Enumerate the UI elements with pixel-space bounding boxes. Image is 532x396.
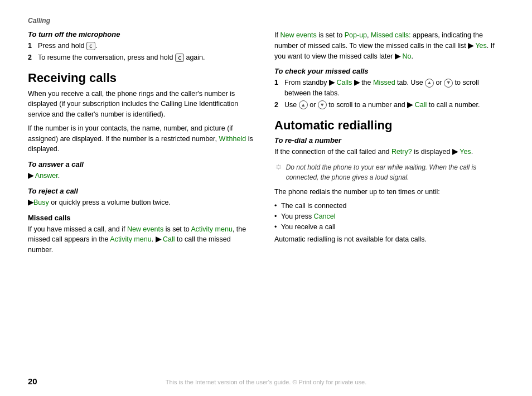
- section-label: Calling: [28, 17, 504, 25]
- right-column: If New events is set to Pop-up, Missed c…: [274, 30, 504, 261]
- missed-heading: Missed calls: [28, 214, 258, 222]
- check-section: To check your missed calls 1 From standb…: [274, 67, 504, 110]
- reject-line: ▶Busy or quickly press a volume button t…: [28, 197, 258, 208]
- new-events-2: New events: [280, 31, 316, 39]
- activity-menu-2: Activity menu: [110, 235, 151, 243]
- check-step-1-text: From standby ▶ Calls ▶ the Missed tab. U…: [284, 78, 504, 99]
- answer-section: To answer a call ▶ Answer.: [28, 160, 258, 181]
- auto-end: Automatic redialling is not available fo…: [274, 234, 504, 245]
- step-2: 2 To resume the conversation, press and …: [28, 52, 258, 63]
- step-1: 1 Press and hold c.: [28, 41, 258, 51]
- redials-body: The phone redials the number up to ten t…: [274, 187, 504, 197]
- check-heading: To check your missed calls: [274, 67, 504, 75]
- bullet-1: The call is connected: [274, 201, 504, 211]
- answer-line: ▶ Answer.: [28, 171, 258, 181]
- check-step-1: 1 From standby ▶ Calls ▶ the Missed tab.…: [274, 78, 504, 99]
- missed-body: If you have missed a call, and if New ev…: [28, 224, 258, 255]
- left-column: To turn off the microphone 1 Press and h…: [28, 30, 258, 261]
- calls-text: Calls: [336, 79, 352, 86]
- bullet-list: The call is connected You press Cancel Y…: [274, 201, 504, 232]
- answer-heading: To answer a call: [28, 160, 258, 168]
- call-label: Call: [415, 101, 427, 109]
- redial-body: If the connection of the call failed and…: [274, 147, 504, 157]
- reject-heading: To reject a call: [28, 187, 258, 195]
- step-2-text: To resume the conversation, press and ho…: [38, 52, 205, 63]
- withheld-text: Withheld: [219, 135, 246, 143]
- cancel-text: Cancel: [314, 213, 336, 220]
- microphone-steps: 1 Press and hold c. 2 To resume the conv…: [28, 41, 258, 63]
- missed-calls-label: Missed calls:: [371, 31, 411, 39]
- redials-section: The phone redials the number up to ten t…: [274, 187, 504, 245]
- popup-text: Pop-up: [345, 31, 367, 39]
- bullet-3: You receive a call: [274, 222, 504, 233]
- step-1-text: Press and hold c.: [38, 41, 97, 51]
- new-events-1: New events: [127, 225, 163, 233]
- check-num-1: 1: [274, 78, 281, 99]
- tip-box: ☼ Do not hold the phone to your ear whil…: [274, 162, 504, 182]
- check-num-2: 2: [274, 100, 281, 110]
- receiving-heading: Receiving calls: [28, 71, 258, 85]
- yes-2: Yes: [460, 148, 471, 156]
- c-key-1: c: [86, 42, 95, 50]
- redial-heading: To re-dial a number: [274, 136, 504, 144]
- footer-text: This is the Internet version of the user…: [166, 379, 367, 385]
- answer-text: Answer: [35, 172, 58, 180]
- no-1: No: [403, 52, 412, 60]
- receiving-section: Receiving calls When you receive a call,…: [28, 71, 258, 155]
- yes-1: Yes: [475, 42, 486, 50]
- activity-menu-1: Activity menu: [191, 225, 233, 233]
- scroll-up-icon: ▲: [425, 79, 434, 88]
- auto-heading: Automatic redialling: [274, 118, 504, 133]
- busy-text: Busy: [33, 199, 49, 206]
- missed-tab: Missed: [373, 79, 395, 86]
- tip-icon: ☼: [274, 161, 283, 171]
- two-col-layout: To turn off the microphone 1 Press and h…: [28, 30, 504, 261]
- scroll-icon-2: ▼: [318, 100, 327, 109]
- call-text-1: Call: [163, 235, 175, 243]
- reject-section: To reject a call ▶Busy or quickly press …: [28, 187, 258, 208]
- missed-section-right: If New events is set to Pop-up, Missed c…: [274, 30, 504, 61]
- check-step-2-text: Use ▲ or ▼ to scroll to a number and ▶ C…: [284, 100, 480, 110]
- missed-intro: If New events is set to Pop-up, Missed c…: [274, 30, 504, 61]
- c-key-2: c: [175, 54, 184, 62]
- auto-section: Automatic redialling To re-dial a number…: [274, 118, 504, 157]
- retry-text: Retry?: [391, 148, 412, 156]
- receiving-body-1: When you receive a call, the phone rings…: [28, 89, 258, 120]
- bullet-2: You press Cancel: [274, 211, 504, 222]
- receiving-body-2: If the number is in your contacts, the n…: [28, 123, 258, 154]
- step-num-1: 1: [28, 41, 35, 51]
- microphone-section: To turn off the microphone 1 Press and h…: [28, 30, 258, 63]
- page: Calling To turn off the microphone 1 Pre…: [0, 0, 532, 396]
- step-num-2: 2: [28, 52, 35, 63]
- footer: This is the Internet version of the user…: [0, 378, 532, 386]
- check-steps: 1 From standby ▶ Calls ▶ the Missed tab.…: [274, 78, 504, 110]
- check-step-2: 2 Use ▲ or ▼ to scroll to a number and ▶…: [274, 100, 504, 110]
- scroll-down-icon: ▼: [444, 79, 453, 88]
- microphone-heading: To turn off the microphone: [28, 30, 258, 38]
- tip-text: Do not hold the phone to your ear while …: [286, 162, 504, 182]
- scroll-icon-1: ▲: [299, 100, 308, 109]
- missed-section-left: Missed calls If you have missed a call, …: [28, 214, 258, 255]
